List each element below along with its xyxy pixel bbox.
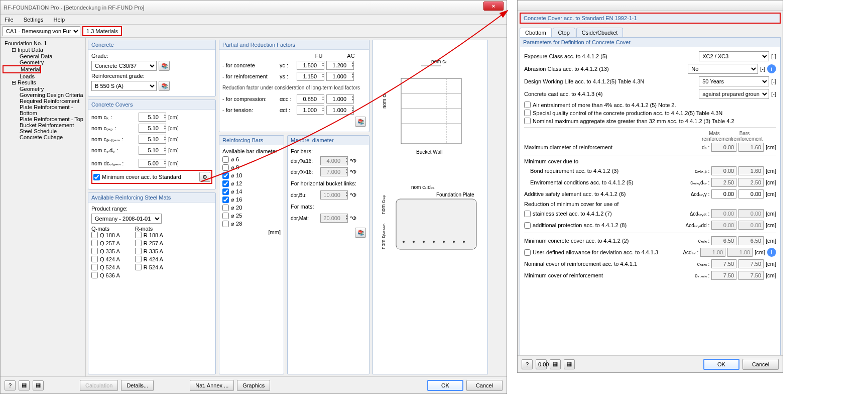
q188-check[interactable] — [91, 232, 98, 238]
tree-geometry[interactable]: Geometry — [3, 59, 83, 65]
tree-r-steel[interactable]: Steel Schedule — [3, 128, 83, 134]
reinf-lib-button[interactable]: 📚 — [159, 81, 170, 91]
menu-help[interactable]: Help — [51, 16, 67, 24]
nom-ck-input[interactable] — [139, 113, 166, 122]
tree-r-req[interactable]: Required Reinforcement — [3, 98, 83, 104]
d12-check[interactable] — [222, 180, 229, 187]
protection-mats — [711, 221, 736, 230]
nat-annex-button[interactable]: Nat. Annex ... — [190, 380, 234, 391]
tree-general[interactable]: General Data — [3, 53, 83, 59]
d8-check[interactable] — [222, 164, 229, 171]
nom-dcol-input[interactable] — [139, 159, 166, 168]
life-dropdown[interactable]: 50 Years — [699, 76, 769, 86]
ok-button[interactable]: OK — [427, 380, 463, 391]
dialog-tool2[interactable]: ▦ — [550, 359, 561, 369]
dialog-help-button[interactable]: ? — [522, 359, 533, 369]
acc-fu-input[interactable] — [297, 94, 324, 104]
d20-check[interactable] — [222, 205, 229, 211]
cancel-button[interactable]: Cancel — [466, 380, 503, 391]
tab-materials[interactable]: 1.3 Materials — [82, 26, 122, 36]
d28-check[interactable] — [222, 221, 229, 227]
air-check[interactable] — [524, 102, 531, 108]
tree-r-plate-bot[interactable]: Plate Reinforcement - Bottom — [3, 104, 83, 116]
gs-ac-input[interactable] — [326, 72, 354, 81]
protection-check[interactable] — [524, 222, 531, 229]
tree-input-data[interactable]: ⊟ Input Data — [3, 47, 83, 53]
nom-ctop-input[interactable] — [139, 124, 166, 133]
d10-check[interactable] — [222, 172, 229, 179]
dialog-cancel-button[interactable]: Cancel — [742, 359, 779, 370]
tree-material[interactable]: Material — [3, 65, 41, 73]
r424-check[interactable] — [135, 256, 142, 262]
stainless-check[interactable] — [524, 211, 531, 217]
act-ac-input[interactable] — [326, 106, 354, 115]
act-fu-input[interactable] — [297, 106, 324, 115]
tab-cside[interactable]: Cside/Cbucket — [576, 28, 624, 37]
info-icon-2[interactable]: i — [767, 248, 776, 257]
tree-r-geometry[interactable]: Geometry — [3, 86, 83, 92]
r335-check[interactable] — [135, 248, 142, 254]
nom-dcol-label: nom dcₒₗᵤₘₙ : — [91, 160, 137, 167]
d25-check[interactable] — [222, 213, 229, 219]
tree-r-cubage[interactable]: Concrete Cubage — [3, 134, 83, 140]
additive-bars[interactable] — [738, 189, 764, 199]
gs-fu-input[interactable] — [297, 72, 324, 81]
r188-check[interactable] — [135, 232, 142, 238]
dialog-tool1[interactable]: 0.00 — [536, 359, 547, 369]
gc-ac-input[interactable] — [326, 61, 354, 70]
d6-check[interactable] — [222, 156, 229, 163]
concrete-lib-button[interactable]: 📚 — [159, 61, 170, 71]
d14-check[interactable] — [222, 188, 229, 195]
tree-r-plate-top[interactable]: Plate Reinforcement - Top — [3, 116, 83, 122]
tree-root[interactable]: Foundation No. 1 — [3, 40, 83, 47]
concrete-grade-dropdown[interactable]: Concrete C30/37 — [91, 61, 157, 71]
nom-cside-input[interactable] — [139, 146, 166, 155]
additive-mats[interactable] — [711, 189, 736, 199]
dialog-tool3[interactable]: ▦ — [564, 359, 575, 369]
gc-fu-input[interactable] — [297, 61, 324, 70]
tree-loads[interactable]: Loads — [3, 73, 83, 79]
case-dropdown[interactable]: CA1 - Bemessung von Fundame — [3, 26, 80, 36]
d16-check[interactable] — [222, 196, 229, 203]
tool2-button[interactable]: ▦ — [33, 380, 44, 390]
svg-rect-2 — [401, 78, 461, 144]
tab-ctop[interactable]: Ctop — [553, 28, 575, 37]
q257-check[interactable] — [91, 240, 98, 246]
tool1-button[interactable]: ▦ — [19, 380, 30, 390]
mandrel-lib-button[interactable]: 📚 — [355, 228, 366, 238]
dbr-gt-input — [320, 167, 348, 176]
info-icon[interactable]: i — [767, 64, 776, 73]
cover-dialog: Concrete Cover acc. to Standard EN 1992-… — [517, 0, 783, 373]
min-cover-checkbox[interactable] — [93, 174, 100, 180]
cast-dropdown[interactable]: against prepared ground — [699, 89, 769, 99]
dialog-ok-button[interactable]: OK — [703, 359, 739, 370]
r524-check[interactable] — [135, 264, 142, 270]
range-dropdown[interactable]: Germany - 2008-01-01 — [91, 214, 162, 224]
exposure-dropdown[interactable]: XC2 / XC3 — [699, 51, 769, 61]
abrasion-dropdown[interactable]: No — [688, 64, 758, 74]
close-icon[interactable]: × — [483, 2, 504, 11]
q636-check[interactable] — [91, 272, 98, 278]
calculation-button[interactable]: Calculation — [80, 380, 118, 391]
menu-settings[interactable]: Settings — [22, 16, 46, 24]
r257-check[interactable] — [135, 240, 142, 246]
factors-lib-button[interactable]: 📚 — [355, 117, 366, 127]
quality-check[interactable] — [524, 110, 531, 116]
userdev-check[interactable] — [524, 249, 531, 256]
reinf-grade-dropdown[interactable]: B 550 S (A) — [91, 81, 157, 91]
menu-file[interactable]: File — [3, 16, 16, 24]
acc-ac-input[interactable] — [326, 94, 354, 104]
tree-r-bucket[interactable]: Bucket Reinforcement — [3, 122, 83, 128]
aggregate-check[interactable] — [524, 118, 531, 124]
details-button[interactable]: Details... — [121, 380, 154, 391]
min-cover-settings-button[interactable]: ⚙ — [199, 172, 210, 182]
graphics-button[interactable]: Graphics — [237, 380, 270, 391]
q335-check[interactable] — [91, 248, 98, 254]
nom-cbottom-input[interactable] — [139, 135, 166, 144]
q524-check[interactable] — [91, 264, 98, 270]
q424-check[interactable] — [91, 256, 98, 262]
tree-r-gov[interactable]: Governing Design Criteria — [3, 92, 83, 98]
help-button[interactable]: ? — [5, 380, 16, 390]
tree-results[interactable]: ⊟ Results — [3, 79, 83, 86]
tab-cbottom[interactable]: Cbottom — [520, 28, 552, 37]
